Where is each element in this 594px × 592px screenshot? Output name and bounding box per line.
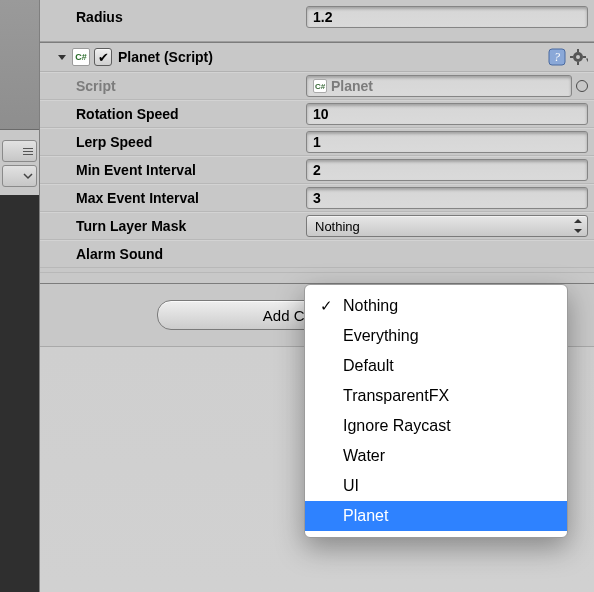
left-panel-header-stub xyxy=(0,0,39,130)
popup-item-everything[interactable]: Everything xyxy=(305,321,567,351)
popup-item-label: Everything xyxy=(343,327,419,345)
component-header-planet[interactable]: C# ✔ Planet (Script) ? ▾ xyxy=(40,42,594,72)
left-panel-controls xyxy=(2,140,37,187)
spacer xyxy=(40,34,594,42)
min-event-interval-label: Min Event Interval xyxy=(76,162,306,178)
svg-rect-0 xyxy=(23,148,33,149)
turn-layer-mask-value: Nothing xyxy=(315,219,360,234)
radius-field[interactable] xyxy=(306,6,588,28)
turn-layer-mask-dropdown[interactable]: Nothing xyxy=(306,215,588,237)
script-label: Script xyxy=(76,78,306,94)
layer-mask-popup: ✓NothingEverythingDefaultTransparentFXIg… xyxy=(304,284,568,538)
component-properties: Script C# Planet Rotation Speed Lerp Spe… xyxy=(40,72,594,268)
gear-icon[interactable]: ▾ xyxy=(570,48,588,66)
alarm-sound-label: Alarm Sound xyxy=(76,246,306,262)
left-stub-button-1[interactable] xyxy=(2,140,37,162)
radius-label: Radius xyxy=(76,9,306,25)
foldout-toggle[interactable] xyxy=(56,51,68,63)
property-row-min-event-interval: Min Event Interval xyxy=(40,156,594,184)
script-field[interactable]: C# Planet xyxy=(306,75,572,97)
dropdown-arrows-icon xyxy=(573,218,583,234)
popup-item-label: Nothing xyxy=(343,297,398,315)
chevron-down-icon xyxy=(23,171,33,181)
popup-item-ui[interactable]: UI xyxy=(305,471,567,501)
lerp-speed-field[interactable] xyxy=(306,131,588,153)
drag-handle-icon xyxy=(23,146,33,156)
popup-item-label: Default xyxy=(343,357,394,375)
lerp-speed-label: Lerp Speed xyxy=(76,134,306,150)
svg-rect-9 xyxy=(570,56,573,58)
component-enable-checkbox[interactable]: ✔ xyxy=(94,48,112,66)
popup-item-label: TransparentFX xyxy=(343,387,449,405)
svg-point-6 xyxy=(576,55,580,59)
csharp-icon: C# xyxy=(72,48,90,66)
max-event-interval-label: Max Event Interval xyxy=(76,190,306,206)
svg-rect-2 xyxy=(23,154,33,155)
svg-rect-1 xyxy=(23,151,33,152)
max-event-interval-field[interactable] xyxy=(306,187,588,209)
property-row-alarm-sound: Alarm Sound xyxy=(40,240,594,268)
popup-item-transparentfx[interactable]: TransparentFX xyxy=(305,381,567,411)
script-name: Planet xyxy=(331,78,373,94)
svg-rect-7 xyxy=(577,49,579,52)
popup-item-default[interactable]: Default xyxy=(305,351,567,381)
component-title: Planet (Script) xyxy=(118,49,213,65)
property-row-script: Script C# Planet xyxy=(40,72,594,100)
property-row-radius: Radius xyxy=(40,0,594,34)
left-panel-dark-stub xyxy=(0,195,39,592)
popup-item-water[interactable]: Water xyxy=(305,441,567,471)
component-footer xyxy=(40,272,594,284)
alarm-sound-field-hidden[interactable] xyxy=(306,243,588,265)
svg-text:▾: ▾ xyxy=(586,56,588,63)
popup-item-ignore-raycast[interactable]: Ignore Raycast xyxy=(305,411,567,441)
property-row-turn-layer-mask: Turn Layer Mask Nothing xyxy=(40,212,594,240)
rotation-speed-label: Rotation Speed xyxy=(76,106,306,122)
property-row-lerp-speed: Lerp Speed xyxy=(40,128,594,156)
object-picker-icon[interactable] xyxy=(576,80,588,92)
property-row-rotation-speed: Rotation Speed xyxy=(40,100,594,128)
foldout-down-icon xyxy=(56,51,68,63)
help-icon[interactable]: ? xyxy=(548,48,566,66)
left-stub-button-2[interactable] xyxy=(2,165,37,187)
property-row-max-event-interval: Max Event Interval xyxy=(40,184,594,212)
popup-item-label: Planet xyxy=(343,507,388,525)
popup-item-label: Water xyxy=(343,447,385,465)
svg-text:?: ? xyxy=(554,50,560,64)
min-event-interval-field[interactable] xyxy=(306,159,588,181)
turn-layer-mask-label: Turn Layer Mask xyxy=(76,218,306,234)
left-panel-stub xyxy=(0,0,40,592)
csharp-small-icon: C# xyxy=(313,79,327,93)
popup-item-label: UI xyxy=(343,477,359,495)
rotation-speed-field[interactable] xyxy=(306,103,588,125)
svg-rect-8 xyxy=(577,62,579,65)
popup-item-nothing[interactable]: ✓Nothing xyxy=(305,291,567,321)
popup-item-label: Ignore Raycast xyxy=(343,417,451,435)
check-icon: ✓ xyxy=(317,297,335,315)
popup-item-planet[interactable]: Planet xyxy=(305,501,567,531)
